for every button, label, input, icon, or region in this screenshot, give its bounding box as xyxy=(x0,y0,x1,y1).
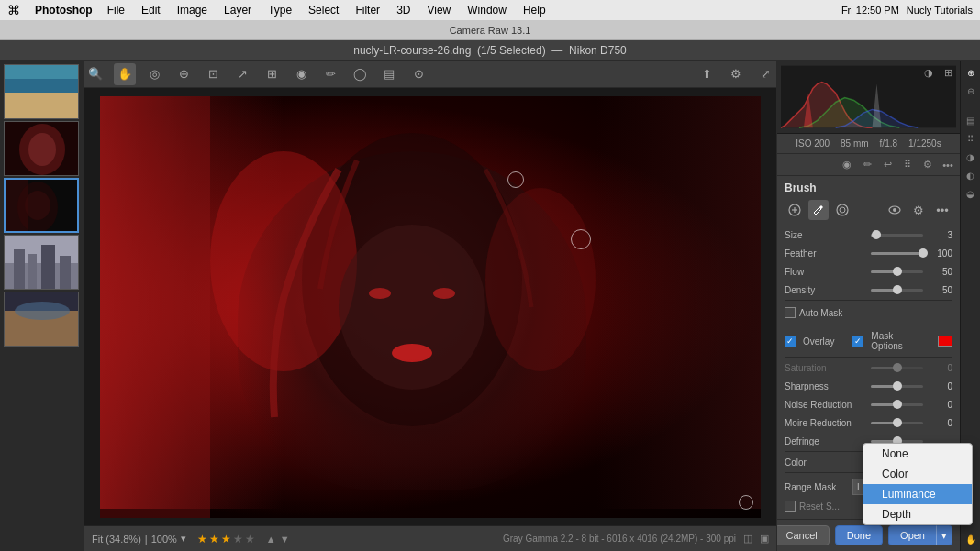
open-arrow-button[interactable]: ▾ xyxy=(936,525,952,545)
tool-straighten[interactable]: ↗ xyxy=(231,63,253,85)
maskoptions-checkbox[interactable]: ✓ xyxy=(852,336,863,347)
menu-3d[interactable]: 3D xyxy=(393,4,414,17)
menu-select[interactable]: Select xyxy=(305,4,342,17)
panel-icon-eye[interactable]: ◉ xyxy=(839,157,855,173)
slider-density-track[interactable] xyxy=(871,289,923,292)
panel-icon-dots[interactable]: ••• xyxy=(940,157,956,173)
filmstrip-thumb-2[interactable] xyxy=(4,121,79,176)
rtool-hand[interactable]: ✋ xyxy=(963,531,979,547)
flags[interactable]: ▲ ▼ xyxy=(266,534,290,545)
tool-redeye[interactable]: ◉ xyxy=(290,63,312,85)
tool-expand[interactable]: ⤢ xyxy=(754,63,776,85)
panel-icon-history[interactable]: ↩ xyxy=(879,157,896,173)
histogram-icon-1[interactable]: ◑ xyxy=(920,64,937,81)
tool-wb[interactable]: ◎ xyxy=(143,63,165,85)
panel-icon-grid[interactable]: ⠿ xyxy=(899,157,916,173)
flag-down[interactable]: ▼ xyxy=(280,534,290,545)
menu-file[interactable]: File xyxy=(104,4,128,17)
rtool-histogram[interactable]: ▤ xyxy=(963,112,979,128)
rtool-panel2[interactable]: ◑ xyxy=(963,149,979,165)
tool-radialgradient[interactable]: ◯ xyxy=(349,63,371,85)
filmstrip xyxy=(0,61,84,551)
slider-flow-thumb[interactable] xyxy=(893,267,902,276)
before-after-icon[interactable]: ▣ xyxy=(760,533,769,545)
slider-moire-track[interactable] xyxy=(871,422,923,424)
dropdown-item-none[interactable]: None xyxy=(863,444,972,464)
star-3[interactable]: ★ xyxy=(221,533,231,545)
menu-layer[interactable]: Layer xyxy=(220,4,255,17)
tool-graduatedfilter[interactable]: ▤ xyxy=(378,63,400,85)
menu-edit[interactable]: Edit xyxy=(138,4,164,17)
zoom-info: Fit (34.8%) | 100% ▾ xyxy=(92,533,186,545)
menu-window[interactable]: Window xyxy=(463,4,510,17)
slider-size-thumb[interactable] xyxy=(872,230,881,239)
tool-zoom[interactable]: 🔍 xyxy=(84,63,106,85)
filmstrip-thumb-3[interactable] xyxy=(4,178,79,233)
dropdown-none-label: None xyxy=(882,447,908,460)
flag-up[interactable]: ▲ xyxy=(266,534,276,545)
histogram-icon-2[interactable]: ⊞ xyxy=(940,64,956,81)
slider-sharp-track[interactable] xyxy=(871,385,923,388)
rtool-filmstrip[interactable]: ⠿ xyxy=(963,130,979,147)
star-4[interactable]: ★ xyxy=(233,533,243,545)
brush-erase-btn[interactable] xyxy=(832,200,852,220)
filmstrip-thumb-5[interactable] xyxy=(4,292,79,347)
slider-feather-thumb[interactable] xyxy=(919,248,928,258)
tool-brush[interactable]: ✏ xyxy=(319,63,341,85)
filename: nucly-LR-course-26.dng xyxy=(353,44,471,57)
menu-view[interactable]: View xyxy=(423,4,454,17)
slider-flow-track[interactable] xyxy=(871,270,923,273)
slider-moire-thumb[interactable] xyxy=(893,418,902,427)
tool-share[interactable]: ⬆ xyxy=(696,63,718,85)
overlay-color-swatch[interactable] xyxy=(938,336,952,347)
tool-colorsampler[interactable]: ⊕ xyxy=(173,63,195,85)
panel-icon-gear[interactable]: ⚙ xyxy=(919,157,936,173)
brush-more-btn[interactable]: ••• xyxy=(932,200,952,220)
slider-noise-track[interactable] xyxy=(871,403,923,406)
done-button[interactable]: Done xyxy=(835,525,883,545)
overlay-checkbox[interactable]: ✓ xyxy=(785,336,796,347)
slider-noise-thumb[interactable] xyxy=(893,400,902,409)
dropdown-item-color[interactable]: Color xyxy=(863,464,972,484)
zoom-arrow[interactable]: ▾ xyxy=(181,533,186,545)
open-button[interactable]: Open xyxy=(888,525,936,545)
slider-size-track[interactable] xyxy=(871,234,923,237)
menu-image[interactable]: Image xyxy=(173,4,211,17)
filmstrip-thumb-1[interactable] xyxy=(4,64,79,119)
reset-sat-checkbox[interactable] xyxy=(785,501,796,512)
rtool-zoom-in[interactable]: ⊕ xyxy=(963,64,979,81)
brush-add-btn[interactable] xyxy=(785,200,805,220)
tool-crop[interactable]: ⊡ xyxy=(202,63,224,85)
menu-filter[interactable]: Filter xyxy=(351,4,384,17)
star-rating[interactable]: ★ ★ ★ ★ ★ xyxy=(197,533,255,545)
rtool-panel4[interactable]: ◒ xyxy=(963,185,979,202)
menu-type[interactable]: Type xyxy=(264,4,295,17)
slider-feather-track[interactable] xyxy=(871,252,923,255)
slider-sharp-value: 0 xyxy=(927,381,952,391)
star-5[interactable]: ★ xyxy=(245,533,255,545)
tool-transform[interactable]: ⊞ xyxy=(261,63,283,85)
star-2[interactable]: ★ xyxy=(209,533,219,545)
automask-checkbox[interactable] xyxy=(785,307,796,318)
canvas-image[interactable] xyxy=(84,88,776,525)
rtool-zoom-out[interactable]: ⊖ xyxy=(963,83,979,99)
cancel-button[interactable]: Cancel xyxy=(776,525,830,545)
dropdown-item-luminance[interactable]: Luminance xyxy=(863,484,972,504)
panel-icon-brush[interactable]: ✏ xyxy=(859,157,875,173)
filmstrip-thumb-4[interactable] xyxy=(4,235,79,290)
brush-gear-btn[interactable]: ⚙ xyxy=(908,200,929,220)
view-toggle-icon[interactable]: ◫ xyxy=(743,533,752,545)
star-1[interactable]: ★ xyxy=(197,533,207,545)
open-split-btn: Open ▾ xyxy=(888,525,952,545)
tool-hand[interactable]: ✋ xyxy=(114,63,136,85)
slider-sharp-thumb[interactable] xyxy=(893,381,902,391)
brush-eye-btn[interactable] xyxy=(885,200,905,220)
brush-edit-btn[interactable] xyxy=(808,200,829,220)
menu-help[interactable]: Help xyxy=(519,4,550,17)
tool-retouch[interactable]: ⊙ xyxy=(407,63,429,85)
apple-logo: ⌘ xyxy=(7,3,20,17)
tool-settings[interactable]: ⚙ xyxy=(725,63,747,85)
rtool-panel3[interactable]: ◐ xyxy=(963,167,979,183)
slider-density-thumb[interactable] xyxy=(893,285,902,294)
dropdown-item-depth[interactable]: Depth xyxy=(863,504,972,524)
